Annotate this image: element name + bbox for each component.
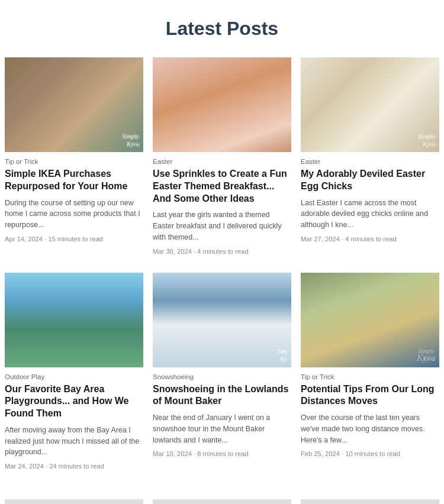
post-title-easter-egg: My Adorably Deviled Easter Egg Chicks bbox=[301, 168, 439, 193]
bottom-image-card-outdoor[interactable] bbox=[296, 499, 444, 504]
post-category-ikea: Tip or Trick bbox=[5, 158, 143, 165]
post-excerpt-ikea: During the course of setting up our new … bbox=[5, 198, 143, 231]
post-image-snowshoe: SimKy bbox=[153, 273, 291, 367]
post-date-longdistance: Feb 25, 2024 bbox=[301, 450, 340, 457]
top-posts-grid: SimplyKyra Tip or Trick Simple IKEA Purc… bbox=[0, 51, 444, 493]
post-readtime-longdistance: 10 minutes to read bbox=[345, 450, 400, 457]
post-readtime-ikea: 15 minutes to read bbox=[48, 235, 103, 243]
post-readtime-sprinkles: 4 minutes to read bbox=[197, 248, 248, 255]
post-card-easter-egg[interactable]: SimplyKyra Easter My Adorably Deviled Ea… bbox=[296, 57, 444, 273]
page-title: Latest Posts bbox=[12, 18, 432, 40]
post-title-longdistance: Potential Tips From Our Long Distances M… bbox=[301, 383, 439, 408]
post-title-sprinkles: Use Sprinkles to Create a Fun Easter The… bbox=[153, 168, 291, 205]
watermark-snowshoe: SimKy bbox=[153, 273, 291, 367]
post-card-ikea[interactable]: SimplyKyra Tip or Trick Simple IKEA Purc… bbox=[0, 57, 148, 273]
post-meta-longdistance: Feb 25, 2024 · 10 minutes to read bbox=[301, 450, 439, 457]
post-title-ikea: Simple IKEA Purchases Repurposed for You… bbox=[5, 168, 143, 193]
watermark-ikea: SimplyKyra bbox=[5, 57, 143, 152]
bottom-image-food bbox=[5, 499, 143, 504]
post-category-longdistance: Tip or Trick bbox=[301, 373, 439, 380]
post-meta-easter-egg: Mar 27, 2024 · 4 minutes to read bbox=[301, 235, 439, 243]
post-date-easter-egg: Mar 27, 2024 bbox=[301, 235, 340, 243]
post-excerpt-sprinkles: Last year the girls wanted a themed East… bbox=[153, 209, 291, 243]
post-date-playground: Mar 24, 2024 bbox=[5, 463, 44, 470]
post-card-sprinkles[interactable]: Easter Use Sprinkles to Create a Fun Eas… bbox=[148, 57, 296, 273]
post-excerpt-easter-egg: Last Easter I came across the most adora… bbox=[301, 198, 439, 231]
post-date-ikea: Apr 14, 2024 bbox=[5, 235, 43, 243]
bottom-image-card-food[interactable] bbox=[0, 499, 148, 504]
post-category-sprinkles: Easter bbox=[153, 158, 291, 165]
post-meta-playground: Mar 24, 2024 · 24 minutes to read bbox=[5, 463, 143, 470]
watermark-easter-egg: SimplyKyra bbox=[301, 57, 439, 152]
post-excerpt-snowshoe: Near the end of January I went on a snow… bbox=[153, 412, 291, 445]
post-date-snowshoe: Mar 10, 2024 bbox=[153, 450, 192, 457]
watermark-longdistance: Kyra bbox=[301, 273, 439, 367]
post-meta-snowshoe: Mar 10, 2024 · 8 minutes to read bbox=[153, 450, 291, 457]
post-card-snowshoe[interactable]: SimKy Snowshoeing Snowshoeing in the Low… bbox=[148, 273, 296, 488]
post-title-playground: Our Favorite Bay Area Playgrounds... and… bbox=[5, 383, 143, 420]
post-excerpt-playground: After moving away from the Bay Area I re… bbox=[5, 425, 143, 458]
post-category-snowshoe: Snowshoeing bbox=[153, 373, 291, 380]
page-header: Latest Posts bbox=[0, 0, 444, 51]
posts-grid-container: SimplyKyra Tip or Trick Simple IKEA Purc… bbox=[0, 51, 444, 504]
post-card-longdistance[interactable]: Kyra Tip or Trick Potential Tips From Ou… bbox=[296, 273, 444, 488]
post-meta-sprinkles: Mar 30, 2024 · 4 minutes to read bbox=[153, 248, 291, 255]
post-date-sprinkles: Mar 30, 2024 bbox=[153, 248, 192, 255]
bottom-images-row bbox=[0, 493, 444, 504]
post-image-longdistance: Kyra bbox=[301, 273, 439, 367]
post-excerpt-longdistance: Over the course of the last ten years we… bbox=[301, 412, 439, 445]
post-image-easter-egg: SimplyKyra bbox=[301, 57, 439, 152]
post-readtime-playground: 24 minutes to read bbox=[49, 463, 104, 470]
post-image-sprinkles bbox=[153, 57, 291, 152]
post-readtime-snowshoe: 8 minutes to read bbox=[197, 450, 248, 457]
post-title-snowshoe: Snowshoeing in the Lowlands of Mount Bak… bbox=[153, 383, 291, 408]
bottom-image-card-craft[interactable] bbox=[148, 499, 296, 504]
post-readtime-easter-egg: 4 minutes to read bbox=[345, 235, 396, 243]
post-category-easter-egg: Easter bbox=[301, 158, 439, 165]
bottom-image-craft bbox=[153, 499, 291, 504]
post-image-ikea: SimplyKyra bbox=[5, 57, 143, 152]
post-category-playground: Outdoor Play bbox=[5, 373, 143, 380]
post-image-playground bbox=[5, 273, 143, 367]
post-card-playground[interactable]: Outdoor Play Our Favorite Bay Area Playg… bbox=[0, 273, 148, 488]
post-meta-ikea: Apr 14, 2024 · 15 minutes to read bbox=[5, 235, 143, 243]
bottom-image-outdoor bbox=[301, 499, 439, 504]
